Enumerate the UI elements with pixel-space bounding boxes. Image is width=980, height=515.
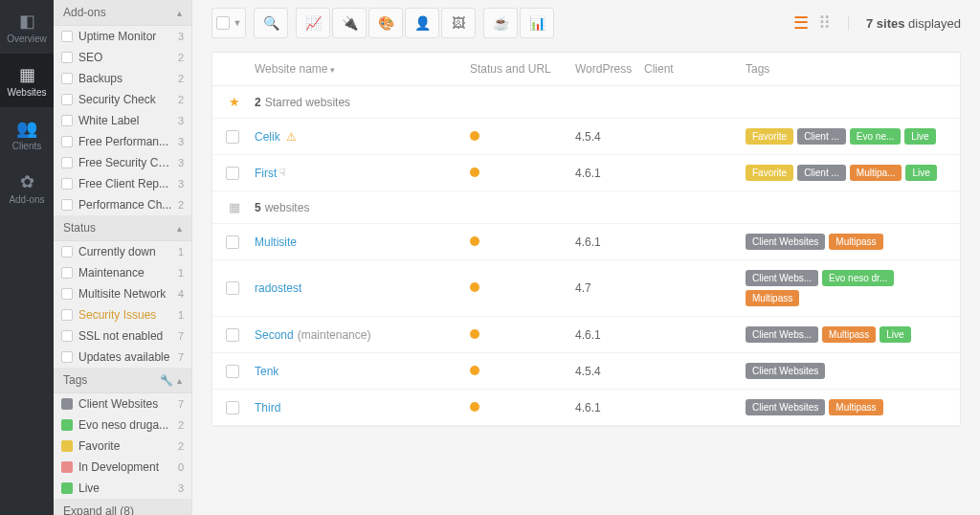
filter-checkbox[interactable]: [61, 157, 73, 168]
filter-checkbox[interactable]: [61, 351, 73, 363]
site-link[interactable]: Celik: [255, 130, 280, 144]
filter-header-add-ons[interactable]: Add-ons▴: [54, 0, 191, 26]
filter-header-status[interactable]: Status▴: [54, 215, 191, 241]
filter-checkbox[interactable]: [61, 309, 73, 321]
chevron-up-icon: ▴: [177, 8, 182, 18]
tag-badge[interactable]: Live: [880, 326, 910, 343]
row-checkbox[interactable]: [226, 281, 239, 295]
site-link[interactable]: First: [255, 167, 277, 180]
filter-checkbox[interactable]: [61, 94, 73, 105]
filter-item[interactable]: Performance Ch...2: [54, 194, 191, 215]
filter-checkbox[interactable]: [61, 199, 73, 211]
grid-view-button[interactable]: ⠿: [818, 12, 831, 34]
row-checkbox[interactable]: [226, 365, 239, 378]
filter-item[interactable]: Security Issues1: [54, 304, 191, 325]
tag-badge[interactable]: Client Webs...: [746, 326, 818, 343]
tag-badge[interactable]: Client ...: [797, 128, 846, 145]
expand-all[interactable]: Expand all (8): [54, 499, 191, 515]
site-link[interactable]: Second: [255, 328, 294, 342]
col-status[interactable]: Status and URL: [470, 62, 575, 76]
filter-item[interactable]: Client Websites7: [54, 393, 191, 414]
tag-badge[interactable]: Client Websites: [746, 234, 825, 250]
filter-checkbox[interactable]: [61, 267, 73, 279]
tag-badge[interactable]: Multipass: [829, 399, 882, 415]
filter-checkbox[interactable]: [61, 73, 73, 84]
filter-item[interactable]: Backups2: [54, 68, 191, 89]
select-all-dropdown[interactable]: ▼: [212, 8, 246, 38]
col-name[interactable]: Website name▾: [255, 62, 470, 76]
row-checkbox[interactable]: [226, 401, 239, 414]
site-link[interactable]: radostest: [255, 281, 301, 295]
filter-checkbox[interactable]: [61, 178, 73, 190]
col-tags[interactable]: Tags: [746, 62, 947, 76]
col-client[interactable]: Client: [644, 62, 746, 76]
filter-item[interactable]: Uptime Monitor3: [54, 26, 191, 47]
filter-checkbox[interactable]: [61, 246, 73, 258]
filter-checkbox[interactable]: [61, 330, 73, 342]
nav-add-ons[interactable]: ✿Add-ons: [0, 161, 54, 214]
filter-item[interactable]: SEO2: [54, 47, 191, 68]
nav-websites[interactable]: ▦Websites: [0, 54, 54, 107]
filter-checkbox[interactable]: [61, 136, 73, 147]
tag-badge[interactable]: Client Websites: [746, 363, 825, 379]
tag-badge[interactable]: Evo neso dr...: [822, 270, 894, 286]
site-link[interactable]: Third: [255, 401, 280, 414]
filter-item[interactable]: Live3: [54, 478, 191, 499]
col-wordpress[interactable]: WordPress: [575, 62, 644, 76]
coffee-button[interactable]: ☕: [483, 8, 518, 38]
coffee-icon: ☕: [493, 15, 509, 31]
table-row: First ☟ 4.6.1 FavoriteClient ...Multipa.…: [212, 155, 960, 191]
stats-button[interactable]: 📊: [520, 8, 554, 38]
tag-badge[interactable]: Multipass: [829, 234, 882, 250]
list-view-button[interactable]: ☰: [793, 12, 809, 34]
row-checkbox[interactable]: [226, 167, 239, 180]
filter-item[interactable]: In Development0: [54, 457, 191, 478]
filter-item[interactable]: Favorite2: [54, 436, 191, 457]
site-link[interactable]: Tenk: [255, 365, 278, 378]
filter-item[interactable]: Free Security Ch...3: [54, 152, 191, 173]
nav-clients[interactable]: 👥Clients: [0, 107, 54, 161]
filter-label: Backups: [78, 72, 174, 85]
row-checkbox[interactable]: [226, 130, 239, 144]
tag-badge[interactable]: Favorite: [746, 128, 793, 145]
status-cell: [470, 281, 575, 295]
wrench-icon[interactable]: 🔧: [160, 374, 173, 386]
nav-overview[interactable]: ◧Overview: [0, 0, 54, 54]
filter-item[interactable]: White Label3: [54, 110, 191, 131]
tag-badge[interactable]: Favorite: [746, 165, 793, 181]
plugins-button[interactable]: 🔌: [332, 8, 367, 38]
tag-badge[interactable]: Client Webs...: [746, 270, 818, 286]
filter-item[interactable]: Security Check2: [54, 89, 191, 110]
tag-badge[interactable]: Evo ne...: [850, 128, 901, 145]
tag-badge[interactable]: Client Websites: [746, 399, 825, 415]
tag-badge[interactable]: Multipa...: [850, 165, 902, 181]
filter-checkbox[interactable]: [61, 52, 73, 63]
filter-item[interactable]: Multisite Network4: [54, 283, 191, 304]
search-button[interactable]: 🔍: [254, 8, 288, 38]
media-button[interactable]: 🖼: [441, 8, 476, 38]
tag-badge[interactable]: Multipass: [746, 290, 799, 306]
filter-item[interactable]: Free Performan...3: [54, 131, 191, 152]
filter-item[interactable]: Evo neso druga...2: [54, 414, 191, 436]
filter-item[interactable]: SSL not enabled7: [54, 325, 191, 347]
filter-checkbox[interactable]: [61, 31, 73, 42]
tag-badge[interactable]: Live: [904, 128, 935, 145]
filter-checkbox[interactable]: [61, 115, 73, 126]
tag-badge[interactable]: Client ...: [797, 165, 846, 181]
tag-badge[interactable]: Multipass: [822, 326, 876, 343]
site-link[interactable]: Multisite: [255, 235, 297, 249]
filter-item[interactable]: Free Client Rep...3: [54, 173, 191, 194]
filter-item[interactable]: Updates available7: [54, 347, 191, 368]
themes-button[interactable]: 🎨: [368, 8, 403, 38]
row-checkbox[interactable]: [226, 235, 239, 249]
filter-item[interactable]: Maintenance1: [54, 262, 191, 283]
analytics-button[interactable]: 📈: [296, 8, 330, 38]
users-button[interactable]: 👤: [405, 8, 439, 38]
tag-badge[interactable]: Live: [905, 165, 936, 181]
row-checkbox[interactable]: [226, 328, 239, 342]
filter-checkbox[interactable]: [61, 288, 73, 300]
nav-label: Clients: [12, 141, 42, 151]
filter-item[interactable]: Currently down1: [54, 241, 191, 262]
filter-header-tags[interactable]: Tags🔧▴: [54, 368, 191, 393]
tags-cell: Client Websites: [746, 363, 947, 379]
